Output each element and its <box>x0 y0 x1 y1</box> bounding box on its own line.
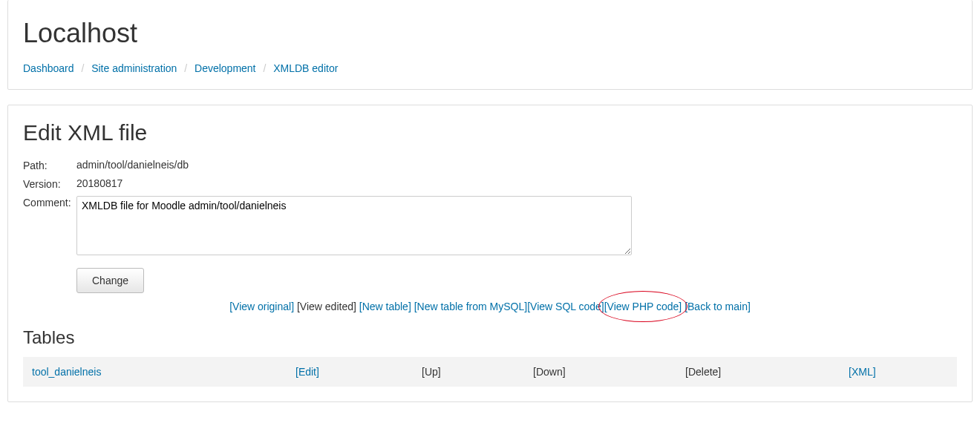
action-back-main[interactable]: [Back to main] <box>685 301 751 312</box>
action-view-original[interactable]: [View original] <box>229 301 294 312</box>
breadcrumb-dashboard[interactable]: Dashboard <box>23 62 74 74</box>
breadcrumb: Dashboard / Site administration / Develo… <box>23 62 957 74</box>
breadcrumb-xmldb-editor[interactable]: XMLDB editor <box>273 62 338 74</box>
row-version: Version: 20180817 <box>23 177 957 190</box>
label-comment: Comment: <box>23 196 76 209</box>
section-title: Edit XML file <box>23 120 957 145</box>
table-edit-link[interactable]: [Edit] <box>295 366 319 378</box>
action-new-table[interactable]: [New table] <box>359 301 411 312</box>
table-delete-label: [Delete] <box>685 366 721 378</box>
action-new-table-mysql[interactable]: [New table from MySQL] <box>414 301 528 312</box>
value-path: admin/tool/danielneis/db <box>76 159 957 171</box>
breadcrumb-separator: / <box>76 62 88 74</box>
table-up-label: [Up] <box>422 366 441 378</box>
label-path: Path: <box>23 159 76 171</box>
action-links-row: [View original] [View edited] [New table… <box>23 301 957 312</box>
breadcrumb-separator: / <box>258 62 270 74</box>
main-panel: Edit XML file Path: admin/tool/danielnei… <box>7 105 973 402</box>
header-panel: Localhost Dashboard / Site administratio… <box>7 0 973 90</box>
breadcrumb-site-admin[interactable]: Site administration <box>91 62 177 74</box>
tables-heading: Tables <box>23 327 957 348</box>
breadcrumb-development[interactable]: Development <box>195 62 256 74</box>
change-button[interactable]: Change <box>76 268 144 293</box>
comment-textarea[interactable] <box>76 196 632 255</box>
table-name-link[interactable]: tool_danielneis <box>32 366 101 378</box>
action-view-sql[interactable]: [View SQL code] <box>527 301 604 312</box>
table-down-label: [Down] <box>533 366 566 378</box>
table-row: tool_danielneis [Edit] [Up] [Down] [Dele… <box>23 357 957 387</box>
action-view-edited: [View edited] <box>297 301 356 312</box>
row-path: Path: admin/tool/danielneis/db <box>23 159 957 171</box>
row-change: Change <box>23 263 957 293</box>
breadcrumb-separator: / <box>180 62 192 74</box>
value-version: 20180817 <box>76 177 957 189</box>
row-comment: Comment: <box>23 196 957 258</box>
action-view-php[interactable]: [View PHP code] <box>604 301 682 312</box>
table-xml-link[interactable]: [XML] <box>849 366 876 378</box>
label-version: Version: <box>23 177 76 190</box>
site-title: Localhost <box>23 18 957 49</box>
